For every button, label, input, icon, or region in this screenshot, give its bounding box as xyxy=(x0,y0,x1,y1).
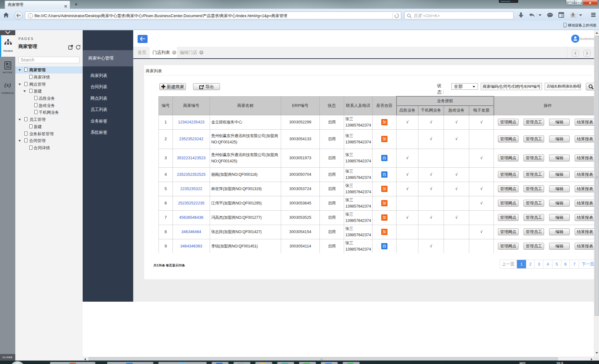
svg-text:i: i xyxy=(30,14,31,17)
